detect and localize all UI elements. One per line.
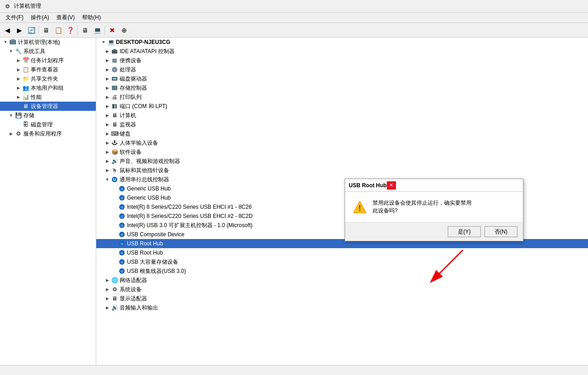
label-tasksched: 任务计划程序 [31, 57, 64, 65]
svg-text:!: ! [358, 204, 361, 213]
label-item-0: IDE ATA/ATAPI 控制器 [120, 48, 175, 55]
right-item-27[interactable]: ▶ 🖥 显示适配器 [96, 294, 588, 303]
right-item-11[interactable]: ▶ 📦 软件设备 [96, 147, 588, 157]
right-item-3[interactable]: ▶ 磁盘驱动器 [96, 74, 588, 83]
right-item-12[interactable]: ▶ 🔊 声音、视频和游戏控制器 [96, 157, 588, 166]
dialog-no-button[interactable]: 否(N) [484, 226, 517, 237]
label-item-15: Generic USB Hub [127, 185, 170, 192]
dialog-yes-button[interactable]: 是(Y) [448, 226, 481, 237]
toggle-21 [111, 240, 118, 247]
menu-help[interactable]: 帮助(H) [78, 13, 104, 22]
svg-rect-10 [112, 104, 115, 109]
back-button[interactable]: ◀ [2, 25, 13, 36]
label-systools: 系统工具 [23, 48, 45, 55]
right-item-23[interactable]: U USB 大容量存储设备 [96, 257, 588, 266]
dialog-message: 禁用此设备会使其停止运行，确实要禁用 此设备吗? [373, 199, 472, 215]
left-devmanager[interactable]: 🖥 设备管理器 [0, 102, 96, 111]
right-item-6[interactable]: ▶ 端口 (COM 和 LPT) [96, 102, 588, 111]
left-localusers[interactable]: ▶ 👥 本地用户和组 [0, 83, 96, 92]
toggle-10: ▶ [104, 139, 111, 147]
toggle-systools: ▼ [7, 48, 15, 55]
right-header-label: DESKTOP-NJEU3CG [116, 39, 170, 45]
right-item-2[interactable]: ▶ i 处理器 [96, 65, 588, 74]
dialog-footer: 是(Y) 否(N) [345, 222, 523, 241]
icon-item-4 [111, 84, 118, 92]
left-eventviewer[interactable]: ▶ 📋 事件查看器 [0, 65, 96, 74]
left-services[interactable]: ▶ ⚙ 服务和应用程序 [0, 129, 96, 138]
label-eventviewer: 事件查看器 [31, 66, 58, 74]
console-button[interactable]: 🖥 [80, 25, 91, 36]
left-tree-root[interactable]: ▼ 计算机管理(本地) [0, 38, 96, 47]
left-storage[interactable]: ▼ 💾 存储 [0, 111, 96, 120]
svg-text:U: U [121, 206, 123, 209]
menu-file[interactable]: 文件(F) [2, 13, 27, 22]
label-item-2: 处理器 [120, 66, 136, 74]
warning-icon: ! [352, 200, 367, 215]
left-tasksched[interactable]: ▶ 📅 任务计划程序 [0, 56, 96, 65]
right-item-4[interactable]: ▶ 存储控制器 [96, 83, 588, 92]
label-item-18: Intel(R) 8 Series/C220 Series USB EHCI #… [127, 213, 253, 219]
delete-button[interactable]: ✖ [107, 25, 118, 36]
toggle-services: ▶ [7, 130, 15, 137]
right-item-0[interactable]: ▶ IDE ATA/ATAPI 控制器 [96, 47, 588, 56]
icon-usb-24: U [118, 267, 126, 275]
toggle-root: ▼ [2, 38, 9, 46]
toggle-2: ▶ [104, 66, 111, 73]
right-item-26[interactable]: ▶ ⚙ 系统设备 [96, 285, 588, 294]
right-item-8[interactable]: ▶ 🖥 监视器 [96, 120, 588, 129]
toggle-4: ▶ [104, 84, 111, 92]
toggle-5: ▶ [104, 93, 111, 101]
label-item-13: 鼠标和其他指针设备 [120, 167, 169, 174]
right-item-13[interactable]: ▶ 🖱 鼠标和其他指针设备 [96, 166, 588, 175]
toggle-tasksched: ▶ [15, 57, 22, 64]
right-item-25[interactable]: ▶ 🌐 网络适配器 [96, 276, 588, 285]
right-item-24[interactable]: U USB 根集线器(USB 3.0) [96, 266, 588, 276]
right-item-9[interactable]: ▶ ⌨ 键盘 [96, 129, 588, 138]
menu-bar: 文件(F) 操作(A) 查看(V) 帮助(H) [0, 13, 588, 23]
toggle-23 [111, 258, 118, 266]
svg-text:U: U [121, 242, 123, 245]
properties-button[interactable]: 📋 [53, 25, 64, 36]
icon-usb-21: U [118, 240, 126, 247]
forward-button[interactable]: ▶ [14, 25, 25, 36]
add-button[interactable]: ⊕ [119, 25, 130, 36]
toggle-16 [111, 194, 118, 201]
toggle-25: ▶ [104, 277, 111, 284]
menu-action[interactable]: 操作(A) [27, 13, 53, 22]
icon-usb-15: U [118, 185, 126, 192]
toggle-13: ▶ [104, 167, 111, 174]
title-bar: ⚙ 计算机管理 [0, 0, 588, 13]
left-sharedfolders[interactable]: ▶ 📁 共享文件夹 [0, 74, 96, 83]
left-diskmgmt[interactable]: 🗄 磁盘管理 [0, 120, 96, 129]
label-item-22: USB Root Hub [127, 250, 163, 256]
toggle-1: ▶ [104, 57, 111, 64]
show-hide-button[interactable]: 🖥 [41, 25, 52, 36]
refresh-button[interactable]: 🔄 [26, 25, 37, 36]
dialog-close-button[interactable]: ✕ [387, 181, 396, 190]
menu-view[interactable]: 查看(V) [53, 13, 78, 22]
icon-item-5: 🖨 [111, 93, 118, 101]
right-item-10[interactable]: ▶ 🕹 人体学输入设备 [96, 138, 588, 147]
svg-text:U: U [121, 270, 123, 273]
toggle-20 [111, 231, 118, 238]
svg-rect-11 [115, 104, 117, 109]
toggle-performance: ▶ [15, 93, 22, 101]
right-item-5[interactable]: ▶ 🖨 打印队列 [96, 92, 588, 102]
computer-button[interactable]: 💻 [92, 25, 103, 36]
left-panel: ▼ 计算机管理(本地) ▼ 🔧 系统工具 ▶ 📅 任务计划程序 ▶ 📋 事件查看… [0, 38, 96, 365]
right-item-22[interactable]: U USB Root Hub [96, 248, 588, 257]
right-header[interactable]: ▼ 💻 DESKTOP-NJEU3CG [96, 38, 588, 47]
left-performance[interactable]: ▶ 📊 性能 [0, 92, 96, 102]
left-systools[interactable]: ▼ 🔧 系统工具 [0, 47, 96, 56]
toggle-right-header: ▼ [100, 38, 107, 46]
right-item-7[interactable]: ▶ 🖥 计算机 [96, 111, 588, 120]
toggle-28: ▶ [104, 304, 111, 311]
label-item-27: 显示适配器 [120, 295, 147, 303]
right-item-1[interactable]: ▶ 便携设备 [96, 56, 588, 65]
help-button[interactable]: ❓ [65, 25, 76, 36]
toggle-sharedfolders: ▶ [15, 75, 22, 82]
right-item-28[interactable]: ▶ 🔊 音频输入和输出 [96, 303, 588, 312]
label-item-21: USB Root Hub [127, 240, 163, 247]
label-item-24: USB 根集线器(USB 3.0) [127, 267, 186, 275]
icon-storage: 💾 [15, 112, 22, 119]
